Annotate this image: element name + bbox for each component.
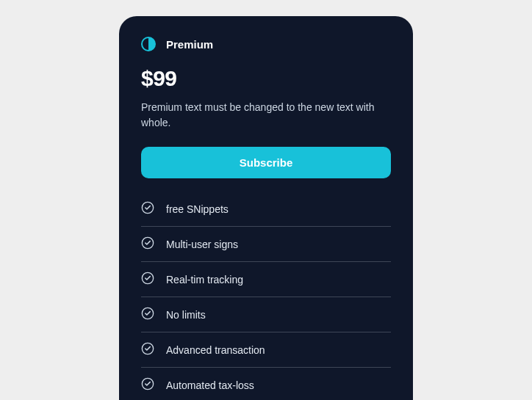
feature-list: free SNippets Multi-user signs Real-tim …: [141, 192, 391, 400]
check-icon: [141, 236, 154, 252]
feature-label: Automated tax-loss: [166, 379, 254, 391]
feature-item: No limits: [141, 297, 391, 332]
pricing-card: Premium $99 Premium text must be changed…: [119, 16, 413, 400]
feature-item: free SNippets: [141, 192, 391, 227]
check-icon: [141, 342, 154, 357]
check-icon: [141, 272, 154, 287]
feature-item: Advanced transaction: [141, 332, 391, 368]
check-icon: [141, 377, 154, 393]
feature-label: Advanced transaction: [166, 344, 265, 356]
plan-description: Premium text must be changed to the new …: [141, 100, 391, 131]
plan-price: $99: [141, 66, 391, 91]
feature-label: Multi-user signs: [166, 239, 238, 250]
subscribe-button[interactable]: Subscribe: [141, 147, 391, 178]
feature-item: Automated tax-loss: [141, 368, 391, 400]
feature-label: Real-tim tracking: [166, 274, 243, 286]
check-icon: [141, 307, 154, 322]
feature-label: No limits: [166, 309, 206, 321]
feature-item: Multi-user signs: [141, 227, 391, 262]
feature-item: Real-tim tracking: [141, 262, 391, 297]
plan-name: Premium: [166, 38, 213, 51]
check-icon: [141, 201, 154, 217]
brand-icon: [141, 37, 156, 51]
feature-label: free SNippets: [166, 203, 229, 215]
card-header: Premium: [141, 37, 391, 51]
